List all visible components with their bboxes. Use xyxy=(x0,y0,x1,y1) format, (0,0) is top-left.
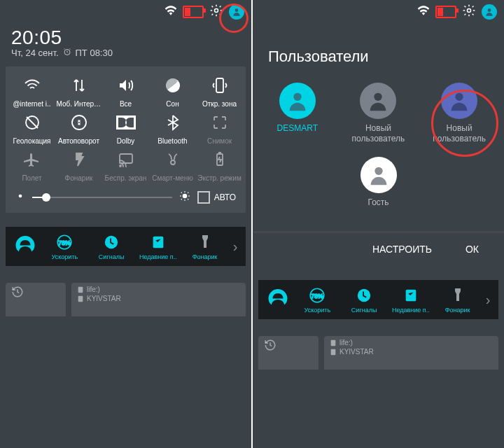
alarm-time: ПТ 08:30 xyxy=(76,48,113,58)
recent-icon xyxy=(401,286,421,305)
qs-label: Геолокация xyxy=(13,137,50,145)
qs-tile-location[interactable]: Геолокация xyxy=(10,111,55,145)
qs-tile-dnd[interactable]: zСон xyxy=(150,74,195,108)
svg-point-24 xyxy=(488,8,491,12)
clock-date: Чт, 24 сент. xyxy=(11,48,59,58)
svg-point-26 xyxy=(374,93,382,101)
dock-item-torch[interactable]: Фонарик xyxy=(435,286,480,314)
dock-logo-icon[interactable] xyxy=(262,284,293,315)
user-avatar-icon xyxy=(360,83,396,119)
svg-rect-22 xyxy=(78,295,83,301)
notification-cards: life:) KYIVSTAR xyxy=(6,283,246,316)
svg-rect-4 xyxy=(216,78,223,92)
user-switch-icon[interactable] xyxy=(482,4,497,20)
svg-point-27 xyxy=(455,93,463,101)
alarm-icon xyxy=(63,48,71,58)
qs-tile-hotspot[interactable]: Откр. зона xyxy=(197,74,242,108)
ok-button[interactable]: ОК xyxy=(465,244,479,255)
battery-saver-icon xyxy=(208,148,232,172)
sound-icon xyxy=(114,74,138,97)
qs-tile-cast[interactable]: Беспр. экран xyxy=(104,148,148,182)
svg-point-0 xyxy=(215,9,218,13)
brightness-high-icon xyxy=(179,190,190,204)
user-tile-0[interactable]: DESMART xyxy=(259,83,336,144)
dock-label: Недавние п.. xyxy=(139,253,177,260)
qs-label: Фонарик xyxy=(65,174,93,182)
users-title: Пользователи xyxy=(253,24,504,77)
qs-label: Bluetooth xyxy=(158,137,187,145)
smart-icon xyxy=(161,148,185,172)
dock-item-signals[interactable]: Сигналы xyxy=(89,232,134,260)
svg-point-23 xyxy=(468,9,471,13)
user-avatar-icon xyxy=(360,157,397,193)
sim2-label: KYIVSTAR xyxy=(340,348,374,356)
dock-label: Ускорить xyxy=(52,253,78,260)
hotspot-icon xyxy=(208,74,232,97)
qs-tile-screenshot[interactable]: Снимок xyxy=(197,111,242,145)
qs-label: Экстр. режим xyxy=(197,174,241,182)
user-avatar-icon xyxy=(441,83,477,119)
qs-tile-dolby[interactable]: Dolby xyxy=(104,111,148,145)
history-icon[interactable] xyxy=(264,339,313,351)
dock-item-boost[interactable]: 78%Ускорить xyxy=(295,286,340,314)
user-name-label: Новый пользователь xyxy=(421,123,498,144)
settings-gear-icon[interactable] xyxy=(462,4,476,20)
qs-tile-flash[interactable]: Фонарик xyxy=(57,148,102,182)
qs-tile-airplane[interactable]: Полет xyxy=(10,148,55,182)
svg-point-25 xyxy=(293,93,301,101)
svg-rect-10 xyxy=(120,154,132,163)
brightness-low-icon xyxy=(15,191,25,204)
dock-label: Фонарик xyxy=(192,253,218,260)
user-tile-1[interactable]: Новый пользователь xyxy=(340,83,416,144)
right-phone: Пользователи DESMARTНовый пользовательНо… xyxy=(253,0,504,448)
qs-tile-rotate[interactable]: Автоповорот xyxy=(57,111,102,145)
user-switch-icon[interactable] xyxy=(229,4,244,20)
dock-logo-icon[interactable] xyxy=(10,231,41,262)
user-name-label: DESMART xyxy=(277,123,318,134)
left-phone: 20:05 Чт, 24 сент. ПТ 08:30 @internet i.… xyxy=(0,0,251,448)
status-bar xyxy=(253,0,504,24)
signals-icon xyxy=(354,286,374,305)
chevron-right-icon[interactable]: › xyxy=(229,239,241,255)
bottom-dock: 78%УскоритьСигналыНедавние п..Фонарик› xyxy=(6,227,246,266)
qs-label: Смарт-меню xyxy=(152,174,192,182)
dock-item-boost[interactable]: 78%Ускорить xyxy=(42,232,88,260)
qs-tile-wifi[interactable]: @internet i.. xyxy=(10,74,55,108)
status-bar xyxy=(0,0,251,24)
user-tile-2[interactable]: Новый пользователь xyxy=(421,83,498,144)
sim1-label: life:) xyxy=(340,339,353,346)
qs-label: Сон xyxy=(166,100,178,108)
svg-text:z: z xyxy=(176,79,178,83)
qs-tile-smart[interactable]: Смарт-меню xyxy=(150,148,195,182)
dock-item-torch[interactable]: Фонарик xyxy=(182,232,227,260)
qs-label: Моб. Интернет xyxy=(57,100,102,108)
qs-tile-battery-saver[interactable]: Экстр. режим xyxy=(197,148,242,182)
dock-item-recent[interactable]: Недавние п.. xyxy=(136,232,181,260)
settings-button[interactable]: НАСТРОИТЬ xyxy=(372,244,432,255)
svg-text:78%: 78% xyxy=(312,293,324,300)
dolby-icon xyxy=(114,111,138,134)
brightness-slider[interactable]: АВТО xyxy=(15,190,236,204)
signals-icon xyxy=(102,232,121,252)
brightness-auto-checkbox[interactable]: АВТО xyxy=(197,191,236,204)
quick-settings-panel: @internet i..Моб. ИнтернетВсеzСонОткр. з… xyxy=(6,66,246,213)
dock-item-recent[interactable]: Недавние п.. xyxy=(388,286,434,314)
history-icon[interactable] xyxy=(11,286,60,298)
dock-item-signals[interactable]: Сигналы xyxy=(342,286,387,314)
battery-icon xyxy=(435,6,456,18)
qs-tile-data[interactable]: Моб. Интернет xyxy=(57,74,102,108)
svg-rect-35 xyxy=(331,349,336,354)
qs-tile-sound[interactable]: Все xyxy=(104,74,148,108)
svg-rect-34 xyxy=(331,340,336,345)
dock-label: Ускорить xyxy=(304,307,331,314)
qs-tile-bluetooth[interactable]: Bluetooth xyxy=(150,111,195,145)
chevron-right-icon[interactable]: › xyxy=(482,292,494,308)
user-tile-3[interactable]: Гость xyxy=(340,157,417,208)
qs-label: Откр. зона xyxy=(202,100,237,108)
svg-point-1 xyxy=(235,8,239,12)
svg-point-28 xyxy=(374,167,382,175)
settings-gear-icon[interactable] xyxy=(209,4,223,20)
dock-label: Сигналы xyxy=(351,307,377,314)
boost-icon: 78% xyxy=(55,232,74,252)
screenshot-icon xyxy=(208,111,232,134)
